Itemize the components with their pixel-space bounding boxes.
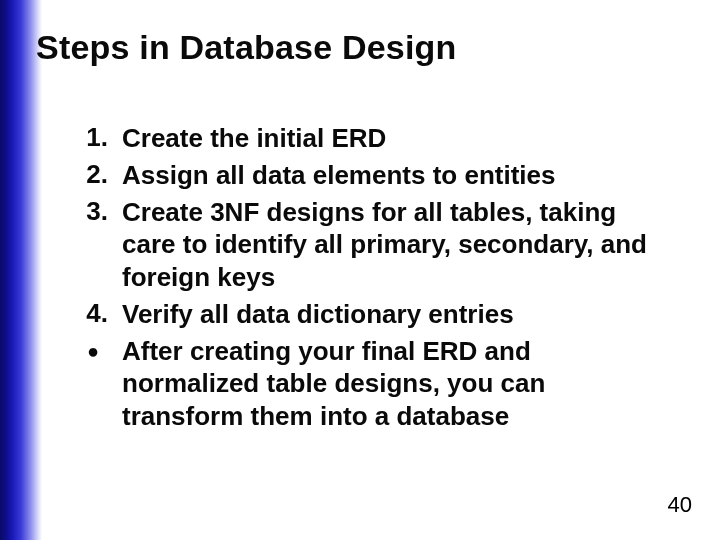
- list-marker: 1.: [78, 122, 122, 153]
- list-marker: 3.: [78, 196, 122, 227]
- left-gradient-stripe: [0, 0, 42, 540]
- list-item: 3. Create 3NF designs for all tables, ta…: [78, 196, 668, 294]
- list-text: Create the initial ERD: [122, 122, 668, 155]
- list-item: 2. Assign all data elements to entities: [78, 159, 668, 192]
- list-marker: 4.: [78, 298, 122, 329]
- content-area: 1. Create the initial ERD 2. Assign all …: [78, 122, 668, 437]
- list-text: Assign all data elements to entities: [122, 159, 668, 192]
- list-text: After creating your final ERD and normal…: [122, 335, 668, 433]
- slide: Steps in Database Design 1. Create the i…: [0, 0, 720, 540]
- page-number: 40: [668, 492, 692, 518]
- bullet-icon: ●: [78, 335, 122, 367]
- list-text: Create 3NF designs for all tables, takin…: [122, 196, 668, 294]
- list-marker: 2.: [78, 159, 122, 190]
- list-item: 1. Create the initial ERD: [78, 122, 668, 155]
- list-item: ● After creating your final ERD and norm…: [78, 335, 668, 433]
- list-item: 4. Verify all data dictionary entries: [78, 298, 668, 331]
- list-text: Verify all data dictionary entries: [122, 298, 668, 331]
- slide-title: Steps in Database Design: [36, 28, 457, 67]
